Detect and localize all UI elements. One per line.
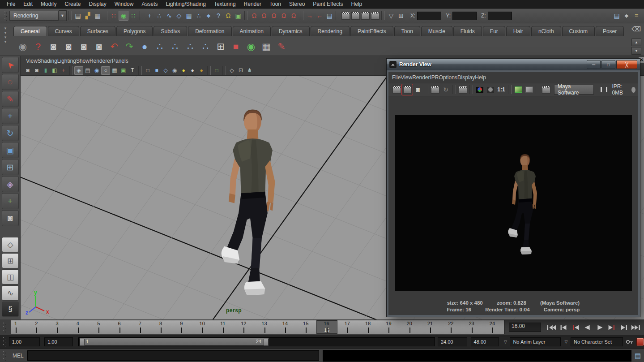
menu-paint-effects[interactable]: Paint Effects [309, 0, 347, 8]
playback-start-field[interactable]: 1.00 [44, 337, 73, 346]
character-set-dropdown-icon[interactable]: ▽ [563, 337, 570, 347]
rotate-tool[interactable]: ↻ [2, 125, 19, 141]
mask-joints-icon[interactable]: ∴ [154, 11, 164, 21]
menu-toon[interactable]: Toon [265, 0, 285, 8]
timeline-frame-1[interactable]: 1 [9, 321, 22, 326]
redo-icon[interactable]: ↷ [122, 39, 137, 54]
paint-effects-brush-icon[interactable]: ✎ [274, 39, 289, 54]
move-tool[interactable]: + [2, 108, 19, 124]
redo-previous-render-icon[interactable] [391, 84, 402, 95]
use-all-lights-icon[interactable]: ● [179, 66, 188, 75]
absolute-transform-icon[interactable]: ⊞ [396, 11, 406, 21]
tool-settings-icon[interactable]: ∗ [622, 11, 631, 21]
close-button[interactable]: ╳ [616, 60, 637, 69]
safe-action-icon[interactable]: ▣ [119, 66, 128, 75]
trash-icon[interactable]: ⌫ [631, 25, 640, 34]
shelf-tab-fluids[interactable]: Fluids [453, 26, 482, 36]
character-model[interactable] [200, 107, 300, 306]
construction-history-icon[interactable]: ▤ [324, 11, 334, 21]
shelf-tab-muscle[interactable]: Muscle [421, 26, 452, 36]
alpha-channel-icon[interactable] [485, 84, 496, 95]
go-to-start-button[interactable] [546, 323, 557, 332]
menu-create[interactable]: Create [60, 0, 85, 8]
group-icon[interactable]: ∴ [152, 39, 167, 54]
select-camera-icon[interactable]: ◙ [23, 66, 32, 75]
panel-menu-renderer[interactable]: Renderer [90, 58, 112, 64]
bookmark-icon[interactable]: ▮ [41, 66, 50, 75]
assign-shader-icon[interactable]: ◉ [243, 39, 259, 54]
make-live-icon[interactable]: Ω [289, 11, 299, 21]
camera-dolly-icon[interactable]: ◙ [76, 39, 91, 54]
timeline-frame-8[interactable]: 8 [154, 321, 167, 326]
unparent-icon[interactable]: ∴ [198, 39, 213, 54]
render-view-window[interactable]: Render View ─ □ ╳ FileViewRenderIPROptio… [387, 59, 640, 317]
mask-curves-icon[interactable]: ∿ [164, 11, 174, 21]
select-by-object-type-icon[interactable]: ◉ [119, 11, 128, 21]
shelf-tab-surfaces[interactable]: Surfaces [80, 26, 115, 36]
shelf-tab-general[interactable]: General [13, 26, 47, 36]
node-editor-icon[interactable]: ⊞ [213, 39, 228, 54]
range-end-handle[interactable] [264, 339, 269, 346]
command-line-grip[interactable] [3, 350, 7, 361]
poly-cube-array-icon[interactable]: ▦ [259, 39, 274, 54]
mask-rendering-icon[interactable]: ∗ [204, 11, 213, 21]
set-key-icon[interactable] [626, 339, 633, 345]
refresh-ipr-region-icon[interactable]: ↻ [440, 84, 451, 95]
wireframe-icon[interactable]: ◇ [161, 66, 170, 75]
input-connections-icon[interactable]: → [305, 11, 315, 21]
parent-icon[interactable]: ∴ [183, 39, 198, 54]
shelf-tab-hair[interactable]: Hair [506, 26, 530, 36]
menu-lighting-shading[interactable]: Lighting/Shading [162, 0, 209, 8]
range-start-handle[interactable] [80, 339, 85, 346]
camera-tumble-icon[interactable]: ◙ [46, 39, 61, 54]
camera-roll-icon[interactable]: ◙ [91, 39, 107, 54]
menu-edit[interactable]: Edit [19, 0, 37, 8]
universal-manipulator[interactable]: ⊞ [2, 159, 19, 175]
animation-end-field[interactable]: 48.00 [471, 337, 499, 346]
one-to-one-icon[interactable]: 1:1 [496, 84, 507, 95]
panel-menu-show[interactable]: Show [76, 58, 90, 64]
timeline-frame-3[interactable]: 3 [51, 321, 64, 326]
pause-ipr-icon[interactable] [598, 84, 609, 95]
range-slider-track[interactable]: 1 24 [78, 337, 435, 346]
menu-help[interactable]: Help [347, 0, 367, 8]
resolution-gate-icon[interactable]: ◉ [92, 66, 101, 75]
go-to-end-button[interactable] [630, 323, 641, 332]
scale-tool[interactable]: ▣ [2, 142, 19, 158]
shelf-tab-switcher-icon[interactable]: ▾▾▾▾ [2, 26, 9, 53]
plugin-shapes-icon[interactable]: ⋔ [245, 66, 254, 75]
shelf-tab-subdivs[interactable]: Subdivs [154, 26, 187, 36]
shelf-tab-dynamics[interactable]: Dynamics [272, 26, 310, 36]
render-current-frame-icon[interactable] [350, 11, 360, 21]
layout-four-view[interactable]: ⊞ [2, 253, 19, 268]
rgb-channels-icon[interactable] [474, 84, 485, 95]
snap-to-grids-icon[interactable]: Ω [249, 11, 259, 21]
render-menu-options[interactable]: Options [439, 74, 457, 81]
x-input[interactable] [417, 12, 441, 20]
film-gate-icon[interactable]: ▤ [83, 66, 92, 75]
shelf-tab-painteffects[interactable]: PaintEffects [350, 26, 393, 36]
undo-icon[interactable]: ↶ [107, 39, 122, 54]
soft-modification-tool[interactable]: ◈ [2, 176, 19, 192]
menu-set-selector[interactable]: Rendering [9, 11, 59, 21]
timeline-frame-15[interactable]: 15 [299, 321, 312, 326]
timeline-frame-16[interactable]: 16 [320, 321, 333, 326]
lasso-select-tool[interactable]: ◌ [2, 74, 19, 90]
shelf-tab-curves[interactable]: Curves [48, 26, 79, 36]
playback-end-field[interactable]: 24.00 [438, 337, 467, 346]
snap-to-curves-icon[interactable]: Ω [259, 11, 269, 21]
timeline-frame-13[interactable]: 13 [258, 321, 271, 326]
camera-track-icon[interactable]: ◙ [61, 39, 76, 54]
snap-to-view-planes-icon[interactable]: Ω [279, 11, 289, 21]
snapshot-icon[interactable]: ◙ [413, 84, 423, 95]
shelf-tab-fur[interactable]: Fur [483, 26, 505, 36]
shelf-tab-ncloth[interactable]: nCloth [531, 26, 561, 36]
gate-mask-icon[interactable]: ○ [101, 66, 110, 75]
new-scene-icon[interactable]: ▤ [73, 11, 83, 21]
shelf-scroll-up-icon[interactable]: ▲ [631, 39, 641, 46]
ipr-render-icon[interactable] [430, 84, 440, 95]
step-forward-frame-button[interactable] [618, 323, 629, 332]
lock-selection-icon[interactable]: Ω [223, 11, 233, 21]
timeline-frame-10[interactable]: 10 [196, 321, 209, 326]
panel-menu-view[interactable]: View [26, 58, 38, 64]
